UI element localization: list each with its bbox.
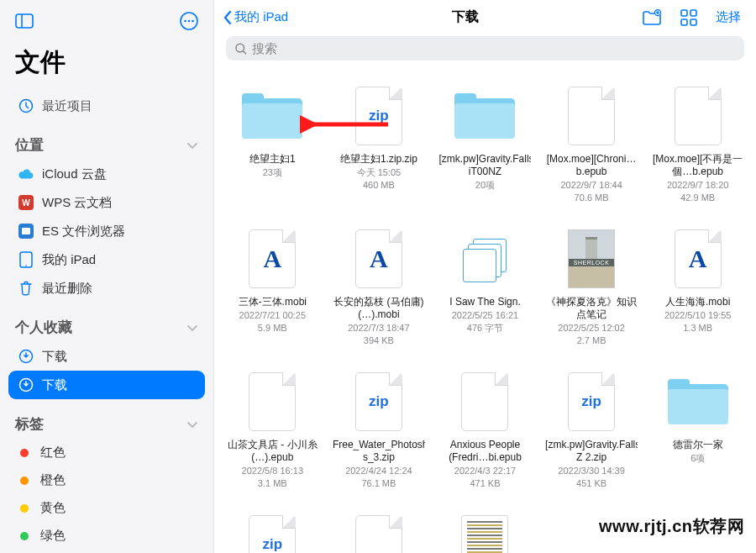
file-thumbnail [668,371,728,432]
sidebar-toggle-icon[interactable] [15,13,34,29]
file-thumbnail: A [349,229,409,289]
file-name: 山茶文具店 - 小川糸 (…).epub [226,439,318,464]
file-item[interactable]: zip 绝望主妇1.zip.zip 今天 15:05 460 MB [326,77,433,220]
tag-绿色[interactable]: 绿色 [0,522,213,550]
file-meta2: 460 MB [363,179,395,191]
file-name: [zmk.pw]Gravity.Falls.S…Z 2.zip [545,439,638,464]
file-meta1: 2022/5/10 19:55 [664,309,732,321]
tag-橙色[interactable]: 橙色 [0,466,213,494]
svg-text:W: W [22,198,30,208]
tag-dot-icon [20,477,29,485]
file-thumbnail [242,371,302,432]
locations-header[interactable]: 位置 [0,120,213,160]
file-name: 绝望主妇1.zip.zip [340,153,417,166]
file-item[interactable]: SHERLOCK 《神探夏洛克》知识点笔记 2022/5/25 12:02 2.… [538,220,645,363]
chevron-down-icon [186,141,198,150]
app-title: 文件 [0,45,213,92]
download-icon [15,377,37,393]
file-item[interactable]: zip [zmk.pw]Gravity.Falls.S…Z 2.zip 2022… [538,363,645,506]
file-name: I Saw The Sign. [449,296,521,308]
tag-label: 橙色 [40,472,66,488]
file-item[interactable]: A 长安的荔枝 (马伯庸) (…).mobi 2022/7/3 18:47 39… [326,220,433,363]
file-item[interactable]: 山茶文具店 - 小川糸 (…).epub 2022/5/8 16:13 3.1 … [219,363,326,506]
file-name: Anxious People (Fredri…bi.epub [438,439,531,464]
back-label: 我的 iPad [234,9,288,25]
sidebar-top-controls [0,8,213,45]
recent-row[interactable]: 最近项目 [0,92,213,120]
watermark: www.rjtj.cn软荐网 [599,515,744,538]
file-item[interactable]: [zmk.pw]Gravity.Falls.S…iT00NZ 20项 [432,77,538,220]
svg-line-22 [244,50,246,53]
file-meta2: 70.6 MB [575,192,609,203]
file-meta1: 2022/7/3 18:47 [348,322,409,334]
favorites-header[interactable]: 个人收藏 [0,303,213,342]
tag-红色[interactable]: 红色 [0,439,213,466]
file-thumbnail [454,229,515,289]
file-meta2: 2.7 MB [577,334,606,346]
file-item[interactable]: zip [219,506,326,553]
tags-label: 标签 [15,414,44,434]
file-meta1: 2022/5/25 12:02 [558,322,625,334]
location-ipad[interactable]: 我的 iPad [0,245,213,274]
location-icloud[interactable]: iCloud 云盘 [0,160,213,188]
tag-label: 红色 [40,445,66,461]
sidebar-item-label: 下载 [42,377,67,393]
chevron-down-icon [186,420,198,429]
file-meta2: 3.1 MB [258,477,287,489]
file-meta1: 2022/3/30 14:39 [558,465,625,477]
page-title: 下载 [288,8,642,26]
location-es[interactable]: ES 文件浏览器 [0,217,213,245]
favorite-downloads-2[interactable]: 下载 [8,371,205,399]
back-button[interactable]: 我的 iPad [223,9,288,25]
more-icon[interactable] [180,12,198,30]
download-icon [15,348,37,365]
file-item[interactable]: A 人生海海.mobi 2022/5/10 19:55 1.3 MB [644,220,751,363]
file-meta1: 2022/5/25 16:21 [452,309,519,321]
file-thumbnail: zip [242,514,302,553]
file-meta1: 今天 15:05 [357,166,402,178]
search-input[interactable] [252,41,736,55]
file-item[interactable]: [Mox.moe][不再是一個…b.epub 2022/9/7 18:20 42… [644,77,751,220]
file-meta1: 6项 [690,452,705,464]
svg-rect-20 [690,19,696,25]
file-meta1: 2022/5/8 16:13 [242,465,303,477]
new-folder-icon[interactable] [642,9,662,26]
file-item[interactable]: A 三体-三体.mobi 2022/7/21 00:25 5.9 MB [219,220,326,363]
file-name: 三体-三体.mobi [239,296,307,308]
location-wps[interactable]: W WPS 云文档 [0,188,213,217]
file-item[interactable] [432,506,538,553]
view-options-icon[interactable] [680,9,697,26]
tag-label: 黄色 [40,500,66,516]
file-meta2: 76.1 MB [361,477,396,489]
file-name: [zmk.pw]Gravity.Falls.S…iT00NZ [438,153,531,178]
sidebar-item-label: WPS 云文档 [42,195,112,211]
svg-point-12 [25,265,27,266]
file-grid: 绝望主妇1 23项 zip 绝望主妇1.zip.zip 今天 15:05 460… [214,69,756,553]
file-name: [Mox.moe][不再是一個…b.epub [652,153,744,178]
file-item[interactable]: 绝望主妇1 23项 [219,77,326,220]
file-item[interactable]: I Saw The Sign. 2022/5/25 16:21 476 字节 [432,220,538,363]
file-thumbnail [349,514,409,553]
file-name: 长安的荔枝 (马伯庸) (…).mobi [333,296,425,321]
file-meta1: 2022/4/24 12:24 [345,465,412,477]
select-button[interactable]: 选择 [716,9,741,25]
tag-黄色[interactable]: 黄色 [0,494,213,522]
file-meta1: 23项 [263,166,282,178]
location-trash[interactable]: 最近删除 [0,274,213,303]
file-meta1: 2022/9/7 18:44 [560,179,622,191]
file-item[interactable]: Anxious People (Fredri…bi.epub 2022/4/3 … [432,363,538,506]
file-item[interactable]: [Mox.moe][Chroni…b.epub 2022/9/7 18:44 7… [538,77,645,220]
sidebar-item-label: iCloud 云盘 [42,166,107,182]
sidebar-item-label: ES 文件浏览器 [42,224,125,240]
file-name: 绝望主妇1 [249,153,296,166]
favorite-downloads-1[interactable]: 下载 [0,342,213,371]
file-item[interactable]: 德雷尔一家 6项 [644,363,751,506]
file-item[interactable]: zip Free_Water_Photoshop…s_3.zip 2022/4/… [326,363,433,506]
sidebar-item-label: 下载 [42,349,67,365]
ipad-icon [15,251,37,268]
search-field[interactable] [226,36,744,61]
tags-header[interactable]: 标签 [0,399,213,439]
file-name: 德雷尔一家 [673,439,723,451]
file-item[interactable] [326,506,433,553]
file-meta1: 2022/9/7 18:20 [667,179,728,191]
